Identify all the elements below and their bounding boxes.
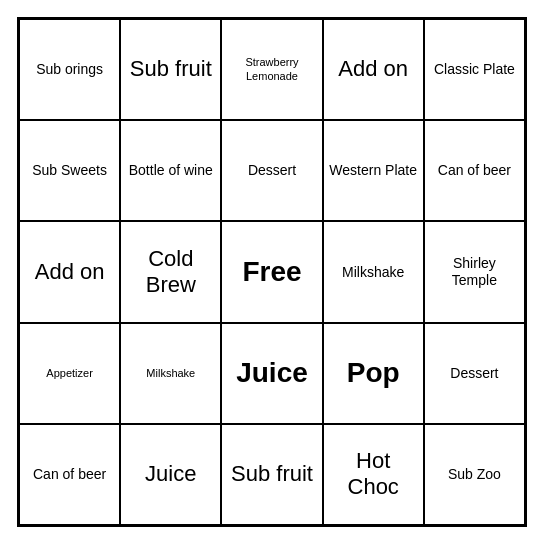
cell-label-r2c0: Add on <box>35 259 105 285</box>
bingo-cell-r0c4: Classic Plate <box>424 19 525 120</box>
bingo-cell-r1c1: Bottle of wine <box>120 120 221 221</box>
bingo-cell-r2c4: Shirley Temple <box>424 221 525 322</box>
bingo-cell-r2c1: Cold Brew <box>120 221 221 322</box>
bingo-cell-r3c1: Milkshake <box>120 323 221 424</box>
bingo-cell-r1c4: Can of beer <box>424 120 525 221</box>
cell-label-r3c0: Appetizer <box>46 367 92 380</box>
bingo-cell-r3c2: Juice <box>221 323 322 424</box>
bingo-cell-r1c2: Dessert <box>221 120 322 221</box>
bingo-cell-r4c0: Can of beer <box>19 424 120 525</box>
bingo-cell-r0c3: Add on <box>323 19 424 120</box>
cell-label-r3c2: Juice <box>236 356 308 390</box>
cell-label-r4c3: Hot Choc <box>328 448 419 501</box>
cell-label-r1c1: Bottle of wine <box>129 162 213 179</box>
cell-label-r0c1: Sub fruit <box>130 56 212 82</box>
bingo-card: Sub oringsSub fruitStrawberry LemonadeAd… <box>17 17 527 527</box>
bingo-cell-r0c2: Strawberry Lemonade <box>221 19 322 120</box>
cell-label-r3c3: Pop <box>347 356 400 390</box>
bingo-cell-r4c3: Hot Choc <box>323 424 424 525</box>
bingo-cell-r4c1: Juice <box>120 424 221 525</box>
bingo-cell-r2c3: Milkshake <box>323 221 424 322</box>
cell-label-r2c3: Milkshake <box>342 264 404 281</box>
bingo-cell-r0c1: Sub fruit <box>120 19 221 120</box>
bingo-cell-r3c0: Appetizer <box>19 323 120 424</box>
cell-label-r1c3: Western Plate <box>329 162 417 179</box>
cell-label-r4c0: Can of beer <box>33 466 106 483</box>
cell-label-r2c1: Cold Brew <box>125 246 216 299</box>
cell-label-r0c2: Strawberry Lemonade <box>226 56 317 82</box>
cell-label-r4c1: Juice <box>145 461 196 487</box>
bingo-cell-r1c3: Western Plate <box>323 120 424 221</box>
cell-label-r4c2: Sub fruit <box>231 461 313 487</box>
bingo-cell-r1c0: Sub Sweets <box>19 120 120 221</box>
cell-label-r2c2: Free <box>242 255 301 289</box>
bingo-cell-r3c4: Dessert <box>424 323 525 424</box>
cell-label-r2c4: Shirley Temple <box>429 255 520 289</box>
bingo-cell-r3c3: Pop <box>323 323 424 424</box>
cell-label-r0c4: Classic Plate <box>434 61 515 78</box>
bingo-cell-r2c0: Add on <box>19 221 120 322</box>
cell-label-r0c3: Add on <box>338 56 408 82</box>
cell-label-r4c4: Sub Zoo <box>448 466 501 483</box>
bingo-cell-r4c2: Sub fruit <box>221 424 322 525</box>
cell-label-r1c4: Can of beer <box>438 162 511 179</box>
cell-label-r1c2: Dessert <box>248 162 296 179</box>
cell-label-r3c1: Milkshake <box>146 367 195 380</box>
bingo-cell-r2c2: Free <box>221 221 322 322</box>
cell-label-r0c0: Sub orings <box>36 61 103 78</box>
cell-label-r1c0: Sub Sweets <box>32 162 107 179</box>
bingo-cell-r4c4: Sub Zoo <box>424 424 525 525</box>
bingo-cell-r0c0: Sub orings <box>19 19 120 120</box>
cell-label-r3c4: Dessert <box>450 365 498 382</box>
